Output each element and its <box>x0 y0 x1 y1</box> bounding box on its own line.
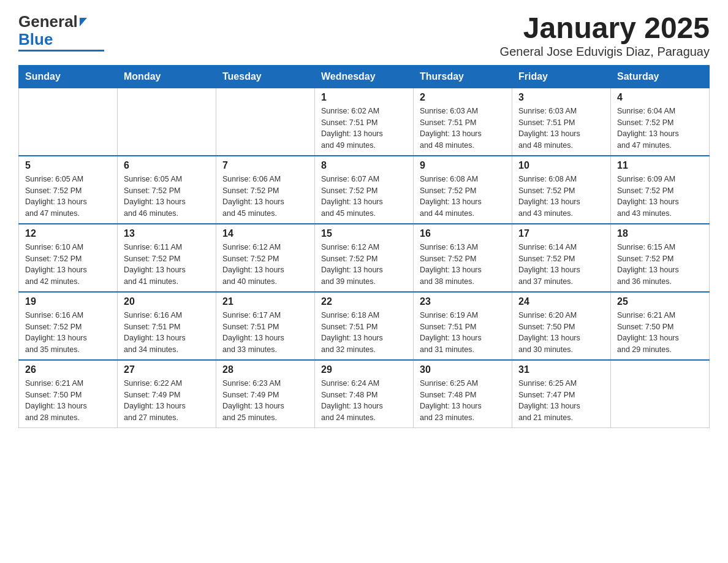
calendar-cell: 21Sunrise: 6:17 AM Sunset: 7:51 PM Dayli… <box>216 292 315 360</box>
day-number: 5 <box>25 160 111 171</box>
calendar-cell: 12Sunrise: 6:10 AM Sunset: 7:52 PM Dayli… <box>19 224 118 292</box>
day-number: 10 <box>518 160 604 171</box>
day-info: Sunrise: 6:22 AM Sunset: 7:49 PM Dayligh… <box>124 378 210 424</box>
calendar-week-3: 12Sunrise: 6:10 AM Sunset: 7:52 PM Dayli… <box>19 224 710 292</box>
day-info: Sunrise: 6:12 AM Sunset: 7:52 PM Dayligh… <box>321 242 407 288</box>
calendar-cell: 23Sunrise: 6:19 AM Sunset: 7:51 PM Dayli… <box>414 292 512 360</box>
day-number: 28 <box>222 364 308 375</box>
day-info: Sunrise: 6:20 AM Sunset: 7:50 PM Dayligh… <box>518 310 604 356</box>
calendar-cell: 20Sunrise: 6:16 AM Sunset: 7:51 PM Dayli… <box>118 292 216 360</box>
calendar-cell: 4Sunrise: 6:04 AM Sunset: 7:52 PM Daylig… <box>611 88 710 156</box>
day-number: 4 <box>617 92 703 103</box>
day-number: 26 <box>25 364 111 375</box>
day-info: Sunrise: 6:04 AM Sunset: 7:52 PM Dayligh… <box>617 105 703 151</box>
calendar-cell <box>611 360 710 428</box>
day-number: 1 <box>321 92 407 103</box>
day-info: Sunrise: 6:11 AM Sunset: 7:52 PM Dayligh… <box>124 242 210 288</box>
day-number: 31 <box>518 364 604 375</box>
day-info: Sunrise: 6:13 AM Sunset: 7:52 PM Dayligh… <box>420 242 506 288</box>
title-section: January 2025 General Jose Eduvigis Diaz,… <box>500 12 710 59</box>
calendar-cell: 22Sunrise: 6:18 AM Sunset: 7:51 PM Dayli… <box>315 292 414 360</box>
calendar-week-2: 5Sunrise: 6:05 AM Sunset: 7:52 PM Daylig… <box>19 156 710 224</box>
calendar-cell: 31Sunrise: 6:25 AM Sunset: 7:47 PM Dayli… <box>512 360 611 428</box>
day-number: 15 <box>321 228 407 239</box>
calendar-header-sunday: Sunday <box>19 66 118 88</box>
day-number: 3 <box>518 92 604 103</box>
day-info: Sunrise: 6:23 AM Sunset: 7:49 PM Dayligh… <box>222 378 308 424</box>
calendar-cell: 19Sunrise: 6:16 AM Sunset: 7:52 PM Dayli… <box>19 292 118 360</box>
day-number: 22 <box>321 296 407 307</box>
page-subtitle: General Jose Eduvigis Diaz, Paraguay <box>500 45 710 59</box>
day-number: 27 <box>124 364 210 375</box>
calendar-cell: 1Sunrise: 6:02 AM Sunset: 7:51 PM Daylig… <box>315 88 414 156</box>
day-number: 20 <box>124 296 210 307</box>
calendar-cell: 13Sunrise: 6:11 AM Sunset: 7:52 PM Dayli… <box>118 224 216 292</box>
logo-underline <box>18 50 104 52</box>
calendar-cell: 3Sunrise: 6:03 AM Sunset: 7:51 PM Daylig… <box>512 88 611 156</box>
day-info: Sunrise: 6:02 AM Sunset: 7:51 PM Dayligh… <box>321 105 407 151</box>
day-number: 17 <box>518 228 604 239</box>
day-number: 13 <box>124 228 210 239</box>
day-info: Sunrise: 6:18 AM Sunset: 7:51 PM Dayligh… <box>321 310 407 356</box>
day-info: Sunrise: 6:24 AM Sunset: 7:48 PM Dayligh… <box>321 378 407 424</box>
day-number: 24 <box>518 296 604 307</box>
calendar-table: SundayMondayTuesdayWednesdayThursdayFrid… <box>18 65 710 428</box>
calendar-cell: 15Sunrise: 6:12 AM Sunset: 7:52 PM Dayli… <box>315 224 414 292</box>
day-info: Sunrise: 6:03 AM Sunset: 7:51 PM Dayligh… <box>518 105 604 151</box>
day-number: 29 <box>321 364 407 375</box>
calendar-cell: 10Sunrise: 6:08 AM Sunset: 7:52 PM Dayli… <box>512 156 611 224</box>
calendar-cell: 26Sunrise: 6:21 AM Sunset: 7:50 PM Dayli… <box>19 360 118 428</box>
day-number: 18 <box>617 228 703 239</box>
logo: General Blue <box>18 12 104 52</box>
day-info: Sunrise: 6:06 AM Sunset: 7:52 PM Dayligh… <box>222 174 308 220</box>
calendar-cell: 27Sunrise: 6:22 AM Sunset: 7:49 PM Dayli… <box>118 360 216 428</box>
calendar-cell: 7Sunrise: 6:06 AM Sunset: 7:52 PM Daylig… <box>216 156 315 224</box>
calendar-cell: 9Sunrise: 6:08 AM Sunset: 7:52 PM Daylig… <box>414 156 512 224</box>
calendar-cell: 24Sunrise: 6:20 AM Sunset: 7:50 PM Dayli… <box>512 292 611 360</box>
day-number: 12 <box>25 228 111 239</box>
calendar-cell: 17Sunrise: 6:14 AM Sunset: 7:52 PM Dayli… <box>512 224 611 292</box>
calendar-cell: 2Sunrise: 6:03 AM Sunset: 7:51 PM Daylig… <box>414 88 512 156</box>
calendar-header-monday: Monday <box>118 66 216 88</box>
page-header: General Blue January 2025 General Jose E… <box>18 12 710 59</box>
day-info: Sunrise: 6:15 AM Sunset: 7:52 PM Dayligh… <box>617 242 703 288</box>
calendar-header-saturday: Saturday <box>611 66 710 88</box>
calendar-cell: 18Sunrise: 6:15 AM Sunset: 7:52 PM Dayli… <box>611 224 710 292</box>
calendar-header-row: SundayMondayTuesdayWednesdayThursdayFrid… <box>19 66 710 88</box>
day-info: Sunrise: 6:09 AM Sunset: 7:52 PM Dayligh… <box>617 174 703 220</box>
day-number: 16 <box>420 228 506 239</box>
day-info: Sunrise: 6:03 AM Sunset: 7:51 PM Dayligh… <box>420 105 506 151</box>
day-number: 6 <box>124 160 210 171</box>
calendar-cell: 30Sunrise: 6:25 AM Sunset: 7:48 PM Dayli… <box>414 360 512 428</box>
day-number: 9 <box>420 160 506 171</box>
day-number: 2 <box>420 92 506 103</box>
day-info: Sunrise: 6:14 AM Sunset: 7:52 PM Dayligh… <box>518 242 604 288</box>
day-info: Sunrise: 6:07 AM Sunset: 7:52 PM Dayligh… <box>321 174 407 220</box>
calendar-header-friday: Friday <box>512 66 611 88</box>
day-info: Sunrise: 6:16 AM Sunset: 7:51 PM Dayligh… <box>124 310 210 356</box>
day-number: 7 <box>222 160 308 171</box>
calendar-cell <box>118 88 216 156</box>
calendar-cell: 14Sunrise: 6:12 AM Sunset: 7:52 PM Dayli… <box>216 224 315 292</box>
day-info: Sunrise: 6:08 AM Sunset: 7:52 PM Dayligh… <box>420 174 506 220</box>
calendar-cell <box>216 88 315 156</box>
day-info: Sunrise: 6:10 AM Sunset: 7:52 PM Dayligh… <box>25 242 111 288</box>
day-number: 14 <box>222 228 308 239</box>
logo-arrow-icon <box>80 18 87 26</box>
calendar-cell: 6Sunrise: 6:05 AM Sunset: 7:52 PM Daylig… <box>118 156 216 224</box>
day-info: Sunrise: 6:17 AM Sunset: 7:51 PM Dayligh… <box>222 310 308 356</box>
day-number: 25 <box>617 296 703 307</box>
day-info: Sunrise: 6:25 AM Sunset: 7:47 PM Dayligh… <box>518 378 604 424</box>
day-info: Sunrise: 6:05 AM Sunset: 7:52 PM Dayligh… <box>124 174 210 220</box>
calendar-cell: 29Sunrise: 6:24 AM Sunset: 7:48 PM Dayli… <box>315 360 414 428</box>
day-number: 30 <box>420 364 506 375</box>
day-info: Sunrise: 6:16 AM Sunset: 7:52 PM Dayligh… <box>25 310 111 356</box>
day-info: Sunrise: 6:21 AM Sunset: 7:50 PM Dayligh… <box>617 310 703 356</box>
day-info: Sunrise: 6:25 AM Sunset: 7:48 PM Dayligh… <box>420 378 506 424</box>
day-number: 23 <box>420 296 506 307</box>
calendar-cell: 5Sunrise: 6:05 AM Sunset: 7:52 PM Daylig… <box>19 156 118 224</box>
calendar-cell: 11Sunrise: 6:09 AM Sunset: 7:52 PM Dayli… <box>611 156 710 224</box>
day-info: Sunrise: 6:21 AM Sunset: 7:50 PM Dayligh… <box>25 378 111 424</box>
calendar-week-1: 1Sunrise: 6:02 AM Sunset: 7:51 PM Daylig… <box>19 88 710 156</box>
logo-blue-text: Blue <box>18 30 53 49</box>
